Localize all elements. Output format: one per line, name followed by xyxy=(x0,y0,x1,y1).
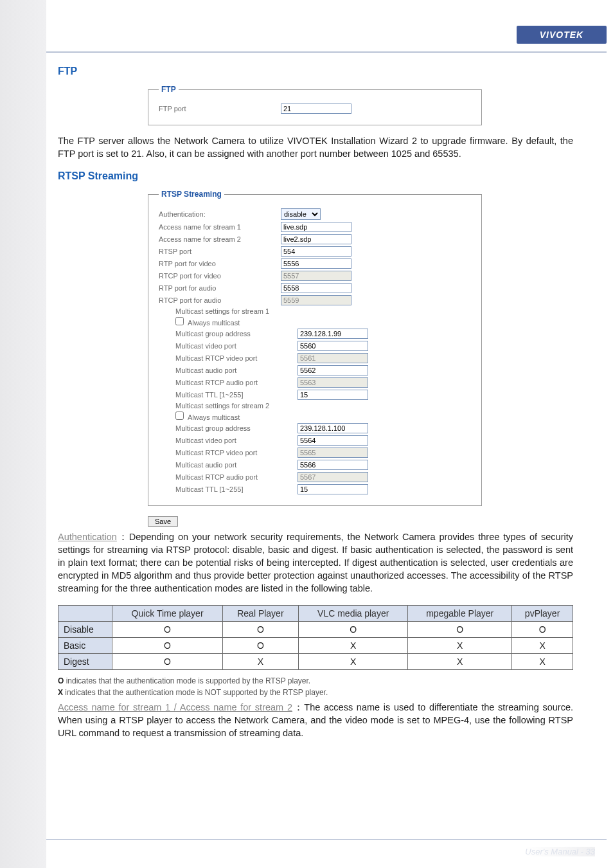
table-cell: X xyxy=(512,654,573,670)
note-o: O indicates that the authentication mode… xyxy=(58,676,573,685)
mc1-vport-input[interactable] xyxy=(298,341,368,351)
mc2-aport-label: Multicast audio port xyxy=(159,461,298,469)
table-cell: O xyxy=(112,638,222,654)
mc2-aport-input[interactable] xyxy=(298,460,368,470)
table-cell: O xyxy=(222,638,299,654)
mc2-always-checkbox[interactable] xyxy=(175,411,184,420)
col-realplayer: Real Player xyxy=(222,606,299,622)
mc1-ttl-label: Multicast TTL [1~255] xyxy=(159,391,298,399)
note-x: X indicates that the authentication mode… xyxy=(58,688,573,697)
mc1-heading: Multicast settings for stream 1 xyxy=(175,307,471,315)
rtcp-video-label: RTCP port for video xyxy=(159,272,281,280)
mc1-group-input[interactable] xyxy=(298,329,368,339)
table-cell: O xyxy=(512,622,573,638)
auth-paragraph: Authentication：Depending on your network… xyxy=(58,530,573,595)
ftp-legend: FTP xyxy=(159,85,179,94)
rtsp-port-input[interactable] xyxy=(281,246,351,257)
mc1-aport-input[interactable] xyxy=(298,365,368,375)
rtp-video-input[interactable] xyxy=(281,258,351,269)
table-cell: O xyxy=(299,622,408,638)
rtcp-video-input xyxy=(281,271,351,281)
brand-header: VIVOTEK xyxy=(517,26,607,44)
access-paragraph: Access name for stream 1 / Access name f… xyxy=(58,701,573,739)
mc1-vport-label: Multicast video port xyxy=(159,342,298,350)
table-cell: X xyxy=(299,654,408,670)
save-button[interactable]: Save xyxy=(148,516,178,527)
rtp-audio-input[interactable] xyxy=(281,283,351,293)
page-footer: User's Manual - 33 xyxy=(525,847,595,856)
access1-label: Access name for stream 1 xyxy=(159,223,281,231)
mc2-rtcpa-input xyxy=(298,472,368,482)
mc1-rtcpv-input xyxy=(298,353,368,363)
mc1-always-label: Always multicast xyxy=(159,317,298,327)
mc2-group-label: Multicast group address xyxy=(159,424,298,432)
row-basic: Basic xyxy=(58,638,112,654)
table-cell: X xyxy=(408,654,512,670)
rtsp-legend: RTSP Streaming xyxy=(159,190,224,199)
mc2-vport-label: Multicast video port xyxy=(159,437,298,444)
mc2-group-input[interactable] xyxy=(298,423,368,433)
mc2-rtcpv-label: Multicast RTCP video port xyxy=(159,449,298,457)
access2-label: Access name for stream 2 xyxy=(159,235,281,243)
col-mpegable: mpegable Player xyxy=(408,606,512,622)
table-cell: X xyxy=(299,638,408,654)
table-cell: X xyxy=(408,638,512,654)
rtcp-audio-input xyxy=(281,295,351,305)
ftp-heading: FTP xyxy=(58,66,573,77)
mc1-aport-label: Multicast audio port xyxy=(159,366,298,374)
rtsp-fieldset: RTSP Streaming Authentication: disable A… xyxy=(148,190,482,506)
mc1-rtcpa-input xyxy=(298,377,368,388)
mc2-vport-input[interactable] xyxy=(298,435,368,446)
col-vlc: VLC media player xyxy=(299,606,408,622)
table-cell: O xyxy=(408,622,512,638)
mc1-always-checkbox[interactable] xyxy=(175,317,184,325)
auth-label: Authentication: xyxy=(159,210,281,218)
auth-select[interactable]: disable xyxy=(281,208,321,220)
table-cell: O xyxy=(222,622,299,638)
mc2-rtcpv-input xyxy=(298,448,368,458)
table-cell: X xyxy=(222,654,299,670)
mc1-group-label: Multicast group address xyxy=(159,330,298,338)
row-digest: Digest xyxy=(58,654,112,670)
ftp-fieldset: FTP FTP port xyxy=(148,85,482,125)
ftp-paragraph: The FTP server allows the Network Camera… xyxy=(58,134,573,160)
table-cell: O xyxy=(112,622,222,638)
ftp-port-input[interactable] xyxy=(281,104,351,114)
mc1-ttl-input[interactable] xyxy=(298,390,368,400)
row-disable: Disable xyxy=(58,622,112,638)
col-pvplayer: pvPlayer xyxy=(512,606,573,622)
mc2-ttl-label: Multicast TTL [1~255] xyxy=(159,485,298,493)
mc1-rtcpa-label: Multicast RTCP audio port xyxy=(159,379,298,386)
compat-table: Quick Time player Real Player VLC media … xyxy=(58,605,573,670)
table-cell: X xyxy=(512,638,573,654)
rtp-video-label: RTP port for video xyxy=(159,260,281,267)
access2-input[interactable] xyxy=(281,234,351,244)
rtcp-audio-label: RTCP port for audio xyxy=(159,296,281,304)
access1-input[interactable] xyxy=(281,222,351,232)
rtsp-heading: RTSP Streaming xyxy=(58,170,573,182)
rtsp-port-label: RTSP port xyxy=(159,248,281,255)
table-cell: O xyxy=(112,654,222,670)
mc1-rtcpv-label: Multicast RTCP video port xyxy=(159,354,298,362)
mc2-rtcpa-label: Multicast RTCP audio port xyxy=(159,473,298,481)
ftp-port-label: FTP port xyxy=(159,105,281,113)
col-quicktime: Quick Time player xyxy=(112,606,222,622)
mc2-ttl-input[interactable] xyxy=(298,484,368,494)
mc2-always-label: Always multicast xyxy=(159,411,298,421)
mc2-heading: Multicast settings for stream 2 xyxy=(175,402,471,410)
rtp-audio-label: RTP port for audio xyxy=(159,284,281,292)
